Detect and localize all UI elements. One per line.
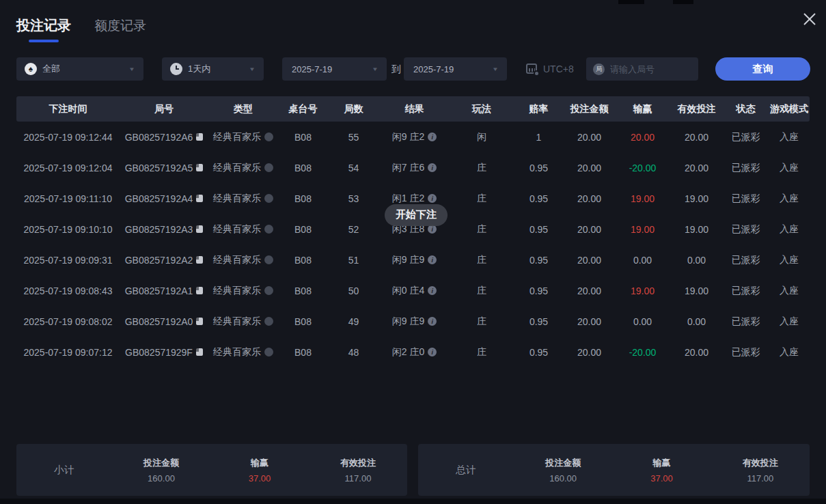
cell-odds: 0.95 <box>514 244 564 275</box>
copy-icon[interactable] <box>196 164 203 171</box>
cell-win-loss: -20.00 <box>615 152 670 183</box>
column-header: 游戏模式 <box>769 96 810 122</box>
column-header: 类型 <box>208 96 278 122</box>
cell-status: 已派彩 <box>723 337 769 367</box>
round-badge-icon: 局 <box>593 64 605 75</box>
total-card: 总计 投注金额 160.00 输赢 37.00 有效投注 117.00 <box>418 444 810 496</box>
game-type-select[interactable]: ♠ 全部 ▼ <box>16 57 143 81</box>
cell-round-id: GB08257192A1 <box>120 275 208 306</box>
calendar-clock-icon <box>525 63 538 75</box>
query-button[interactable]: 查询 <box>715 57 810 81</box>
info-icon[interactable]: i <box>428 348 437 356</box>
column-header: 投注金额 <box>564 96 615 122</box>
round-search-field[interactable]: 局 <box>586 57 698 81</box>
game-type-text: 经典百家乐 <box>213 162 261 174</box>
cell-win-loss: 19.00 <box>615 214 670 244</box>
cell-game-type: 经典百家乐 <box>208 152 278 183</box>
cell-round-no: 53 <box>328 183 379 214</box>
info-icon[interactable]: i <box>428 255 437 264</box>
cell-odds: 0.95 <box>514 337 564 367</box>
copy-icon[interactable] <box>196 133 203 141</box>
filter-bar: ♠ 全部 ▼ 1天内 ▼ 2025-7-19 ▼ 到 2025-7-19 ▼ U… <box>0 57 826 81</box>
round-id-text: GB08257192A2 <box>125 255 193 266</box>
cell-win-loss: -20.00 <box>615 337 670 367</box>
info-icon[interactable]: i <box>428 132 437 141</box>
cell-round-no: 48 <box>328 337 379 367</box>
cell-table-no: B08 <box>278 306 328 337</box>
copy-icon[interactable] <box>196 287 203 294</box>
column-header: 玩法 <box>450 96 514 122</box>
game-type-icon <box>264 286 273 295</box>
table-header-row: 下注时间局号类型桌台号局数结果玩法赔率投注金额输赢有效投注状态游戏模式 <box>16 96 810 122</box>
column-header: 局号 <box>120 96 208 122</box>
info-icon[interactable]: i <box>428 163 437 172</box>
cell-status: 已派彩 <box>723 183 769 214</box>
copy-icon[interactable] <box>196 225 203 233</box>
game-type-icon <box>264 317 273 326</box>
close-button[interactable] <box>799 8 821 30</box>
cell-table-no: B08 <box>278 214 328 244</box>
cell-game-type: 经典百家乐 <box>208 214 278 244</box>
column-header: 局数 <box>328 96 379 122</box>
table-row: 2025-07-19 09:07:12 GB082571929F 经典百家乐 B… <box>16 337 810 367</box>
copy-icon[interactable] <box>196 318 203 325</box>
table-body: 2025-07-19 09:12:44 GB08257192A6 经典百家乐 B… <box>16 122 810 367</box>
date-to-picker[interactable]: 2025-7-19 ▼ <box>404 57 507 81</box>
cell-bet-time: 2025-07-19 09:09:31 <box>16 244 120 275</box>
total-win-loss: 输赢 37.00 <box>612 457 711 484</box>
time-range-select[interactable]: 1天内 ▼ <box>162 57 264 81</box>
cell-bet-amount: 20.00 <box>564 122 615 152</box>
copy-icon[interactable] <box>196 348 203 356</box>
spade-icon: ♠ <box>25 63 37 75</box>
cell-odds: 1 <box>514 122 564 152</box>
cell-play: 闲 <box>450 122 514 152</box>
game-type-text: 经典百家乐 <box>213 285 261 297</box>
timezone-label: UTC+8 <box>543 64 574 74</box>
total-valid-bet: 有效投注 117.00 <box>711 457 810 484</box>
result-text: 闲9 庄2 <box>392 131 424 143</box>
tab-quota-records[interactable]: 额度记录 <box>94 16 146 42</box>
column-header: 输赢 <box>615 96 670 122</box>
cell-odds: 0.95 <box>514 306 564 337</box>
round-id-text: GB08257192A1 <box>125 285 193 296</box>
cell-win-loss: 19.00 <box>615 183 670 214</box>
cell-game-type: 经典百家乐 <box>208 306 278 337</box>
cell-status: 已派彩 <box>723 122 769 152</box>
subtotal-card: 小计 投注金额 160.00 输赢 37.00 有效投注 117.00 <box>16 444 407 496</box>
result-text: 闲0 庄4 <box>392 285 424 297</box>
info-icon[interactable]: i <box>428 317 437 326</box>
cell-table-no: B08 <box>278 152 328 183</box>
cell-win-loss: 20.00 <box>615 122 670 152</box>
cell-win-loss: 0.00 <box>615 306 670 337</box>
cell-round-id: GB08257192A6 <box>120 122 208 152</box>
cell-game-mode: 入座 <box>769 275 810 306</box>
cell-status: 已派彩 <box>723 214 769 244</box>
round-id-text: GB08257192A4 <box>125 193 193 204</box>
cell-status: 已派彩 <box>723 275 769 306</box>
cell-bet-amount: 20.00 <box>564 214 615 244</box>
cell-bet-time: 2025-07-19 09:08:43 <box>16 275 120 306</box>
info-icon[interactable]: i <box>428 286 437 295</box>
timezone-indicator[interactable]: UTC+8 <box>525 57 574 81</box>
cell-round-id: GB08257192A2 <box>120 244 208 275</box>
copy-icon[interactable] <box>196 256 203 264</box>
cell-play: 庄 <box>450 244 514 275</box>
subtotal-title: 小计 <box>16 464 112 477</box>
copy-icon[interactable] <box>196 195 203 202</box>
table-row: 2025-07-19 09:08:43 GB08257192A1 经典百家乐 B… <box>16 275 810 306</box>
info-icon[interactable]: i <box>428 194 437 203</box>
cell-valid-bet: 19.00 <box>670 214 723 244</box>
cell-game-mode: 入座 <box>769 337 810 367</box>
total-title: 总计 <box>418 464 514 477</box>
round-search-input[interactable] <box>610 64 685 74</box>
cell-result: 闲9 庄9 i <box>379 306 450 337</box>
cell-result: 闲9 庄9 i <box>379 244 450 275</box>
tab-bet-records[interactable]: 投注记录 <box>16 16 71 42</box>
cell-game-mode: 入座 <box>769 183 810 214</box>
cell-status: 已派彩 <box>723 306 769 337</box>
round-id-text: GB08257192A5 <box>125 163 193 173</box>
bet-records-table: 下注时间局号类型桌台号局数结果玩法赔率投注金额输赢有效投注状态游戏模式 2025… <box>16 96 810 367</box>
time-range-value: 1天内 <box>188 63 210 75</box>
date-from-picker[interactable]: 2025-7-19 ▼ <box>282 57 387 81</box>
column-header: 赔率 <box>514 96 564 122</box>
